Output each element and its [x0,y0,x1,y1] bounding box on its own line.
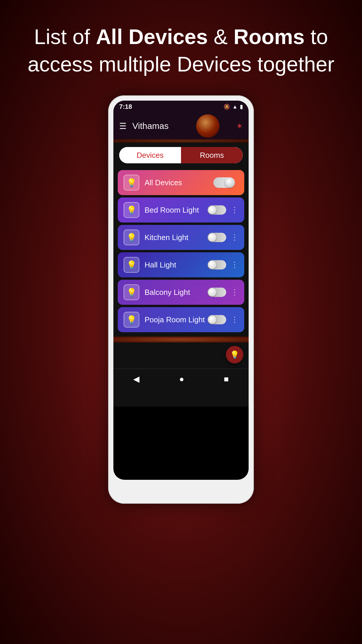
app-bar: ☰ Vithamas ✶ [113,113,249,139]
bluetooth-icon[interactable]: ✶ [236,121,243,131]
headline: List of All Devices & Rooms to access mu… [0,0,362,95]
toggle-kitchen[interactable] [208,233,226,242]
battery-icon: ▮ [240,104,243,110]
status-icons: 🔕 ▲ ▮ [224,104,243,110]
device-card-bedroom[interactable]: 💡 Bed Room Light ⋮ [118,197,244,223]
headline-prefix: List of [34,25,96,48]
nav-bar: ◀ ● ■ [113,369,249,389]
toggle-knob-all [225,178,234,187]
toggle-knob-balcony [208,288,216,296]
bulb-icon-balcony: 💡 [126,288,137,297]
headline-bold2: Rooms [233,25,305,48]
device-card-pooja[interactable]: 💡 Pooja Room Light ⋮ [118,307,244,332]
wifi-icon: ▲ [232,104,238,110]
more-balcony[interactable]: ⋮ [231,288,238,297]
toggle-knob-kitchen [208,233,216,242]
more-pooja[interactable]: ⋮ [231,315,238,324]
device-icon-kitchen: 💡 [124,230,139,245]
tabs: Devices Rooms [119,147,243,163]
tabs-container: Devices Rooms [113,143,249,168]
hamburger-menu[interactable]: ☰ [119,121,126,131]
fab-icon: 💡 [230,350,239,359]
status-bar: 7:18 🔕 ▲ ▮ [113,101,249,113]
nav-back[interactable]: ◀ [133,374,140,384]
device-card-kitchen[interactable]: 💡 Kitchen Light ⋮ [118,225,244,250]
device-icon-pooja: 💡 [124,312,139,328]
toggle-hall[interactable] [208,260,226,270]
toggle-all[interactable] [213,177,235,188]
toggle-balcony[interactable] [208,288,226,297]
device-name-all: All Devices [145,178,213,187]
phone-mockup: 7:18 🔕 ▲ ▮ ☰ Vithamas ✶ Dev [108,95,254,504]
device-name-hall: Hall Light [145,260,208,270]
fab-container: 💡 [113,342,249,369]
device-icon-all: 💡 [124,175,139,190]
tab-devices[interactable]: Devices [119,147,181,163]
device-name-pooja: Pooja Room Light [145,315,208,324]
more-kitchen[interactable]: ⋮ [231,233,238,242]
device-name-balcony: Balcony Light [145,288,208,297]
device-icon-balcony: 💡 [124,284,139,300]
toggle-bedroom[interactable] [208,205,226,215]
bottom-strip [113,337,249,342]
more-hall[interactable]: ⋮ [231,260,238,270]
bulb-icon-all: 💡 [126,178,137,188]
app-title: Vithamas [132,121,169,131]
bulb-icon-bedroom: 💡 [126,205,137,215]
tab-rooms[interactable]: Rooms [181,147,243,163]
toggle-knob-pooja [208,316,216,324]
toggle-knob-hall [208,261,216,269]
toggle-pooja[interactable] [208,315,226,324]
nav-recents[interactable]: ■ [224,374,229,384]
device-icon-bedroom: 💡 [124,202,139,218]
avatar [196,114,219,138]
more-bedroom[interactable]: ⋮ [231,206,238,215]
fab-button[interactable]: 💡 [226,346,243,363]
phone-screen: 7:18 🔕 ▲ ▮ ☰ Vithamas ✶ Dev [113,101,249,480]
image-strip [113,139,249,143]
device-list: 💡 All Devices 💡 Bed Room Light [113,168,249,337]
bulb-icon-kitchen: 💡 [126,233,137,242]
device-card-hall[interactable]: 💡 Hall Light ⋮ [118,252,244,277]
phone-wrapper: 7:18 🔕 ▲ ▮ ☰ Vithamas ✶ Dev [0,95,362,644]
time: 7:18 [119,103,132,111]
headline-mid: & [208,25,233,48]
toggle-knob-bedroom [208,206,216,214]
device-name-bedroom: Bed Room Light [145,206,208,215]
bulb-icon-pooja: 💡 [126,315,137,325]
headline-bold1: All Devices [96,25,208,48]
device-card-balcony[interactable]: 💡 Balcony Light ⋮ [118,280,244,305]
nav-home[interactable]: ● [179,374,184,384]
device-name-kitchen: Kitchen Light [145,233,208,242]
bottom-area [113,389,249,407]
notification-icon: 🔕 [224,104,230,110]
device-icon-hall: 💡 [124,257,139,273]
bulb-icon-hall: 💡 [126,260,137,270]
device-card-all-devices[interactable]: 💡 All Devices [118,170,244,195]
